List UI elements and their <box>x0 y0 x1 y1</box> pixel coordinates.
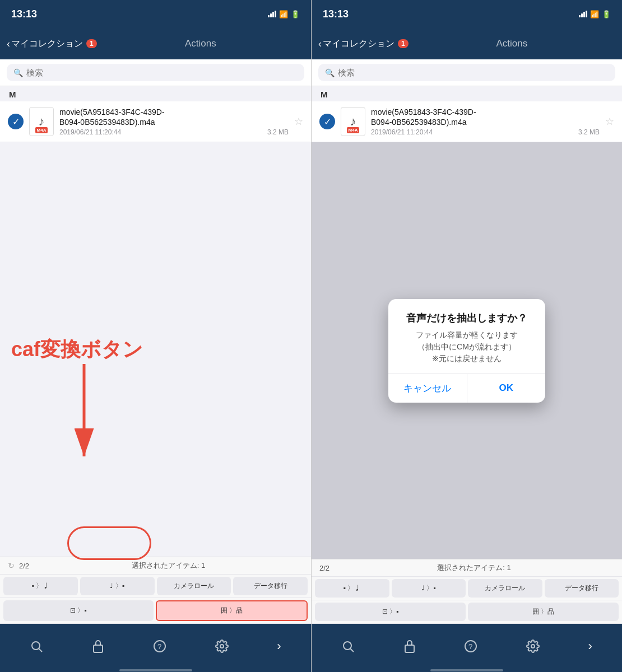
home-bar-right <box>430 669 503 671</box>
status-bar-left: 13:13 📶 🔋 <box>0 0 311 28</box>
toolbar-status-left: ↻ 2/2 選択されたアイテム: 1 <box>0 557 311 575</box>
file-size-left: 3.2 MB <box>267 128 289 136</box>
back-label-right: マイコレクション <box>323 38 394 50</box>
section-header-right: M <box>312 86 622 101</box>
content-area-right: 音声だけを抽出しますか？ ファイル容量が軽くなります（抽出中にCMが流れます）※… <box>312 142 622 559</box>
back-arrow-right: ‹ <box>318 38 322 50</box>
toolbar-btn-camera-roll-left[interactable]: カメラロール <box>157 577 231 595</box>
file-star-left[interactable]: ☆ <box>294 115 303 128</box>
dialog-buttons: キャンセル OK <box>388 374 545 403</box>
svg-line-3 <box>39 649 43 652</box>
bottom-nav-right: ? › <box>312 624 622 669</box>
home-indicator-right <box>312 669 622 672</box>
file-date-left: 2019/06/21 11:20:44 <box>59 128 121 136</box>
file-name-left: movie(5A951843-3F4C-439D-B094-0B56253948… <box>59 107 289 127</box>
file-info-left: movie(5A951843-3F4C-439D-B094-0B56253948… <box>59 107 289 136</box>
status-icons-left: 📶 🔋 <box>268 10 300 18</box>
toolbar-row2-left: ⊡ 〉▪ 囲 〉品 <box>0 598 311 624</box>
nav-help-left[interactable]: ? <box>145 636 174 656</box>
svg-point-8 <box>344 642 351 650</box>
svg-line-9 <box>351 649 354 652</box>
nav-arrow-right[interactable]: › <box>580 636 600 657</box>
nav-title-right: Actions <box>409 38 615 49</box>
search-icon-right: 🔍 <box>325 68 335 77</box>
wifi-icon-right: 📶 <box>590 10 599 18</box>
file-meta-left: 2019/06/21 11:20:44 3.2 MB <box>59 128 289 136</box>
svg-point-2 <box>32 642 40 650</box>
signal-icon-left <box>268 11 276 17</box>
dialog-box: 音声だけを抽出しますか？ ファイル容量が軽くなります（抽出中にCMが流れます）※… <box>388 299 545 403</box>
status-icons-right: 📶 🔋 <box>579 10 611 18</box>
toolbar-btn-camera-roll-right[interactable]: カメラロール <box>468 579 542 598</box>
arrow-annotation <box>67 364 134 478</box>
nav-arrow-left[interactable]: › <box>269 636 289 657</box>
nav-lock-right[interactable] <box>396 636 424 657</box>
home-bar-left <box>119 669 192 671</box>
search-container-left: 🔍 <box>7 64 304 81</box>
left-panel: 13:13 📶 🔋 ‹ マイコレクション 1 Actions 🔍 M <box>0 0 311 672</box>
dialog-ok-button[interactable]: OK <box>467 374 546 403</box>
svg-rect-10 <box>405 645 414 652</box>
back-button-left[interactable]: ‹ マイコレクション 1 <box>7 38 97 50</box>
content-area-left: caf変換ボタン <box>0 142 311 557</box>
nav-search-left[interactable] <box>22 636 51 656</box>
battery-icon-left: 🔋 <box>291 10 300 18</box>
search-icon-left: 🔍 <box>13 68 23 77</box>
file-item-right[interactable]: ✓ ♪ M4A movie(5A951843-3F4C-439D-B094-0B… <box>312 101 622 142</box>
nav-lock-left[interactable] <box>84 636 112 657</box>
file-name-right: movie(5A951843-3F4C-439D-B094-0B56253948… <box>371 107 600 127</box>
file-item-left[interactable]: ✓ ♪ M4A movie(5A951843-3F4C-439D-B094-0B… <box>0 101 311 142</box>
file-icon-left: ♪ M4A <box>29 107 54 136</box>
toolbar-count-left: 2/2 <box>19 562 29 570</box>
toolbar-row2-right: ⊡ 〉▪ 囲 〉品 <box>312 600 622 624</box>
nav-bar-right: ‹ マイコレクション 1 Actions <box>312 28 622 59</box>
file-info-right: movie(5A951843-3F4C-439D-B094-0B56253948… <box>371 107 600 136</box>
file-star-right[interactable]: ☆ <box>605 115 614 128</box>
search-bar-right: 🔍 <box>312 59 622 86</box>
nav-bar-left: ‹ マイコレクション 1 Actions <box>0 28 311 59</box>
file-size-right: 3.2 MB <box>578 128 600 136</box>
search-container-right: 🔍 <box>318 64 615 81</box>
status-bar-right: 13:13 📶 🔋 <box>312 0 622 28</box>
section-header-left: M <box>0 86 311 101</box>
home-indicator-left <box>0 669 311 672</box>
toolbar-btn-data-transfer-right[interactable]: データ移行 <box>545 579 619 598</box>
toolbar-btn-photo-to-video-right[interactable]: ⊡ 〉▪ <box>315 603 466 621</box>
nav-search-right[interactable] <box>333 636 363 656</box>
nav-badge-right: 1 <box>398 39 409 48</box>
toolbar-btn-audio-to-video-right[interactable]: ♩ 〉▪ <box>392 579 466 598</box>
right-panel: 13:13 📶 🔋 ‹ マイコレクション 1 Actions 🔍 M <box>311 0 622 672</box>
toolbar-btn-video-to-audio-right[interactable]: ▪ 〉♩ <box>315 579 389 598</box>
toolbar-row1-left: ▪ 〉♩ ♩ 〉▪ カメラロール データ移行 <box>0 575 311 598</box>
toolbar-btn-data-transfer-left[interactable]: データ移行 <box>233 577 308 595</box>
status-time-right: 13:13 <box>323 8 349 20</box>
nav-title-left: Actions <box>97 38 304 49</box>
search-input-right[interactable] <box>338 68 609 77</box>
file-date-right: 2019/06/21 11:20:44 <box>371 128 433 136</box>
status-time-left: 13:13 <box>11 8 37 20</box>
file-meta-right: 2019/06/21 11:20:44 3.2 MB <box>371 128 600 136</box>
toolbar-row1-right: ▪ 〉♩ ♩ 〉▪ カメラロール データ移行 <box>312 577 622 600</box>
battery-icon-right: 🔋 <box>602 10 611 18</box>
back-label-left: マイコレクション <box>11 38 83 50</box>
svg-text:?: ? <box>157 642 161 651</box>
toolbar-status-right: 2/2 選択されたアイテム: 1 <box>312 559 622 577</box>
toolbar-count-right: 2/2 <box>319 564 329 572</box>
toolbar-btn-photo-to-video-left[interactable]: ⊡ 〉▪ <box>3 600 154 621</box>
nav-settings-left[interactable] <box>207 636 236 656</box>
toolbar-btn-video-to-audio-left[interactable]: ▪ 〉♩ <box>3 577 78 595</box>
bottom-nav-left: ? › <box>0 624 311 669</box>
toolbar-btn-audio-to-video-left[interactable]: ♩ 〉▪ <box>80 577 155 595</box>
caf-label-annotation: caf変換ボタン <box>11 336 143 363</box>
search-input-left[interactable] <box>26 68 298 77</box>
toolbar-btn-caf-convert-left[interactable]: 囲 〉品 <box>156 600 308 621</box>
back-button-right[interactable]: ‹ マイコレクション 1 <box>318 38 409 50</box>
nav-settings-right[interactable] <box>518 636 547 656</box>
toolbar-btn-caf-convert-right[interactable]: 囲 〉品 <box>468 603 619 621</box>
signal-icon-right <box>579 11 587 17</box>
dialog-cancel-button[interactable]: キャンセル <box>388 374 467 403</box>
toolbar-selected-right: 選択されたアイテム: 1 <box>334 563 614 573</box>
nav-help-right[interactable]: ? <box>456 636 485 656</box>
bottom-toolbar-right: 2/2 選択されたアイテム: 1 ▪ 〉♩ ♩ 〉▪ カメラロール データ移行 … <box>312 559 622 624</box>
dialog-message: ファイル容量が軽くなります（抽出中にCMが流れます）※元には戻せません <box>400 329 534 365</box>
